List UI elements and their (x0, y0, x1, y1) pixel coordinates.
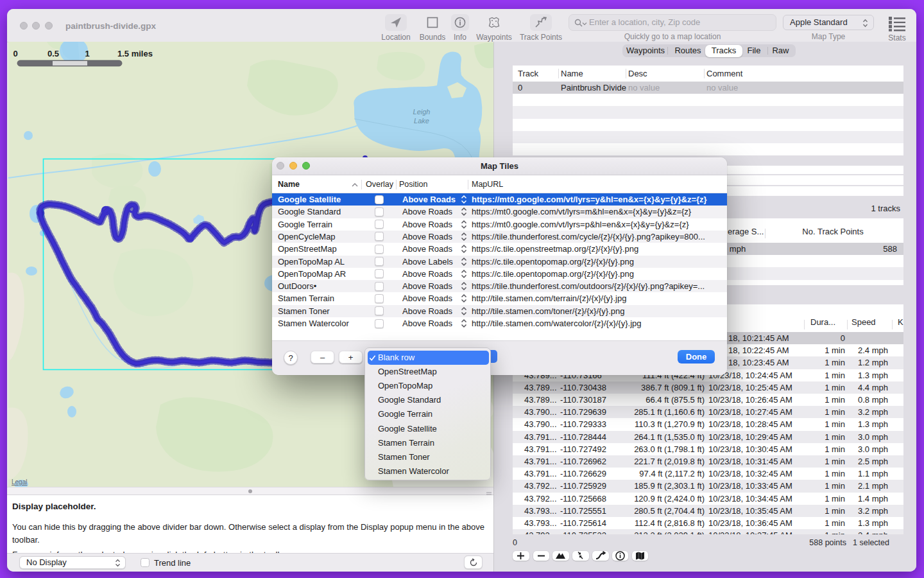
svg-text:1: 1 (85, 49, 89, 58)
svg-text:Legal: Legal (12, 478, 27, 486)
svg-text:Lake: Lake (414, 117, 429, 125)
svg-text:0.5: 0.5 (47, 49, 59, 58)
svg-text:1.5 miles: 1.5 miles (117, 49, 153, 58)
svg-text:Leigh: Leigh (413, 108, 431, 116)
svg-text:0: 0 (13, 49, 17, 58)
